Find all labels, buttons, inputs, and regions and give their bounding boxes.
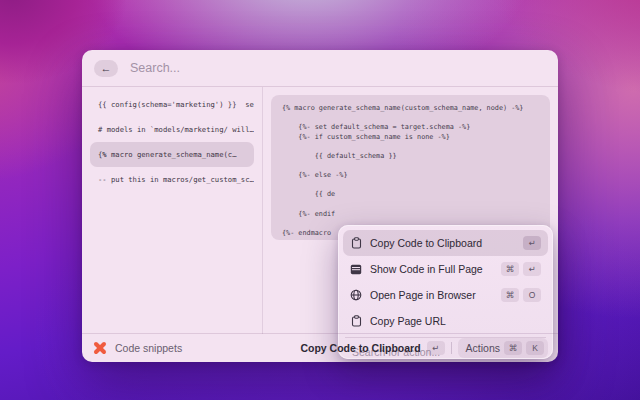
- back-button[interactable]: ←: [94, 60, 118, 77]
- return-key-badge: ↵: [523, 236, 541, 250]
- snippet-list: {{ config(schema='marketing') }} sel… # …: [82, 87, 263, 334]
- return-key-badge: ↵: [523, 262, 541, 276]
- cmd-key-badge: ⌘: [501, 288, 519, 302]
- menu-item-copy-url[interactable]: Copy Page URL: [343, 308, 548, 334]
- globe-icon: [350, 289, 362, 301]
- footer-divider: [451, 342, 452, 354]
- code-text: {% macro generate_schema_name(custom_sch…: [282, 104, 539, 238]
- actions-button[interactable]: Actions ⌘ K: [458, 338, 548, 358]
- menu-item-label: Copy Code to Clipboard: [370, 237, 515, 249]
- primary-action-label[interactable]: Copy Code to Clipboard: [300, 342, 420, 354]
- footer-bar: Code snippets Copy Code to Clipboard ↵ A…: [82, 333, 558, 362]
- list-item[interactable]: # models in `models/marketing/ will…: [90, 117, 254, 142]
- menu-item-open-browser[interactable]: Open Page in Browser ⌘ O: [343, 282, 548, 308]
- clipboard-icon: [350, 315, 362, 327]
- k-key-badge: K: [526, 341, 544, 355]
- menu-item-label: Open Page in Browser: [370, 289, 493, 301]
- code-block: {% macro generate_schema_name(custom_sch…: [271, 95, 550, 240]
- menu-item-label: Copy Page URL: [370, 315, 541, 327]
- list-item[interactable]: {{ config(schema='marketing') }} sel…: [90, 92, 254, 117]
- clipboard-icon: [350, 237, 362, 249]
- extension-name: Code snippets: [115, 342, 182, 354]
- content-area: {{ config(schema='marketing') }} sel… # …: [82, 87, 558, 334]
- menu-item-copy-code[interactable]: Copy Code to Clipboard ↵: [343, 230, 548, 256]
- desktop: { "window": { "search": { "placeholder":…: [0, 0, 640, 400]
- menu-item-show-full-page[interactable]: Show Code in Full Page ⌘ ↵: [343, 256, 548, 282]
- launcher-window: ← {{ config(schema='marketing') }} sel… …: [82, 50, 558, 362]
- actions-label: Actions: [466, 342, 500, 354]
- search-input[interactable]: [128, 60, 546, 76]
- list-item-selected[interactable]: {% macro generate_schema_name(c…: [90, 142, 254, 167]
- fullpage-window-icon: [350, 263, 362, 275]
- cmd-key-badge: ⌘: [501, 262, 519, 276]
- search-header: ←: [82, 50, 558, 87]
- return-key-badge: ↵: [427, 341, 445, 355]
- menu-item-label: Show Code in Full Page: [370, 263, 493, 275]
- arrow-left-icon: ←: [101, 62, 112, 74]
- list-item[interactable]: -- put this in macros/get_custom_sc…: [90, 167, 254, 192]
- extension-logo-icon: [92, 341, 107, 356]
- cmd-key-badge: ⌘: [504, 341, 522, 355]
- o-key-badge: O: [523, 288, 541, 302]
